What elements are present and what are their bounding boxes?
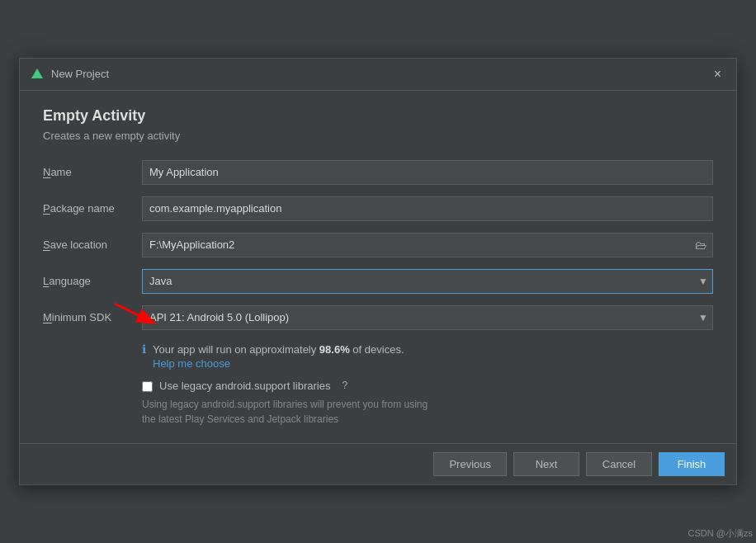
- section-title: Empty Activity: [43, 107, 713, 125]
- help-me-choose-link[interactable]: Help me choose: [153, 357, 404, 370]
- info-box: ℹ Your app will run on approximately 98.…: [142, 342, 713, 371]
- dialog-body: Empty Activity Creates a new empty activ…: [20, 91, 736, 444]
- name-row: NNameame: [43, 160, 713, 185]
- dialog-title: New Project: [51, 68, 109, 80]
- section-desc: Creates a new empty activity: [43, 130, 713, 142]
- save-location-field: 🗁: [142, 233, 713, 257]
- next-button[interactable]: Next: [513, 452, 579, 476]
- save-location-row: Save location 🗁: [43, 233, 713, 257]
- legacy-checkbox-sublabel: Using legacy android.support libraries w…: [142, 397, 713, 427]
- save-location-label: Save location: [43, 238, 142, 251]
- minimum-sdk-label: Minimum SDK: [43, 311, 142, 323]
- finish-button[interactable]: Finish: [659, 452, 725, 476]
- language-row: Language Java Kotlin ▼: [43, 269, 713, 294]
- language-select-wrapper: Java Kotlin ▼: [142, 269, 713, 294]
- save-location-input[interactable]: [143, 234, 692, 257]
- title-bar: New Project ×: [20, 59, 736, 91]
- folder-icon[interactable]: 🗁: [692, 238, 712, 252]
- android-icon: [30, 67, 45, 82]
- question-icon[interactable]: ?: [342, 380, 347, 391]
- name-label: NNameame: [43, 166, 142, 178]
- watermark: CSDN @小满zs: [688, 527, 753, 540]
- cancel-button[interactable]: Cancel: [586, 452, 652, 476]
- legacy-checkbox-label: Use legacy android.support libraries: [159, 380, 330, 392]
- language-label: Language: [43, 275, 142, 287]
- package-name-input[interactable]: [142, 196, 713, 221]
- close-button[interactable]: ×: [709, 65, 726, 83]
- legacy-checkbox-row: Use legacy android.support libraries ?: [142, 380, 713, 392]
- svg-marker-0: [31, 68, 43, 78]
- package-name-label: Package name: [43, 202, 142, 215]
- info-content: Your app will run on approximately 98.6%…: [153, 342, 404, 371]
- dialog-footer: Previous Next Cancel Finish: [20, 443, 736, 484]
- legacy-checkbox[interactable]: [142, 381, 153, 392]
- package-name-row: Package name: [43, 196, 713, 221]
- minimum-sdk-select[interactable]: API 21: Android 5.0 (Lollipop) API 22: A…: [142, 305, 713, 330]
- minimum-sdk-row: Minimum SDK API 21: Android 5.0 (Lollipo…: [43, 305, 713, 330]
- previous-button[interactable]: Previous: [433, 452, 507, 476]
- name-input[interactable]: [142, 160, 713, 185]
- info-icon: ℹ: [142, 342, 146, 356]
- minimum-sdk-select-wrapper: API 21: Android 5.0 (Lollipop) API 22: A…: [142, 305, 713, 330]
- language-select[interactable]: Java Kotlin: [142, 269, 713, 294]
